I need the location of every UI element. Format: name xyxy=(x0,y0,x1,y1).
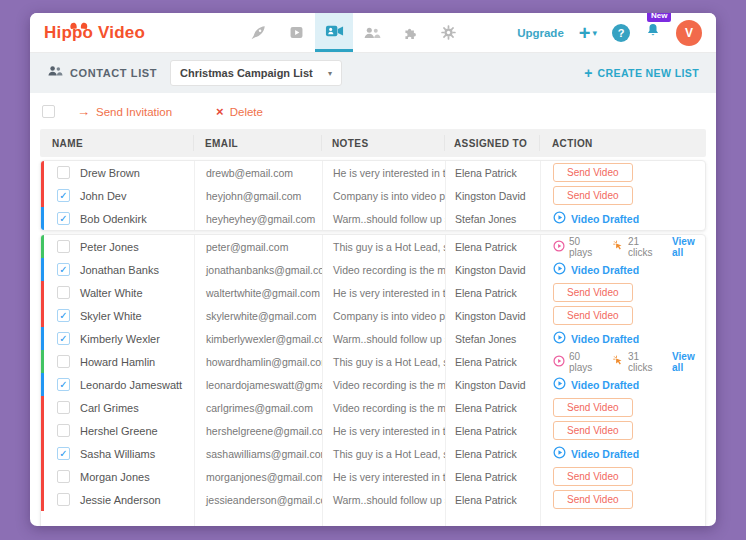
select-all-checkbox[interactable] xyxy=(42,105,55,118)
table-row: Drew Brown drewb@email.com He is very in… xyxy=(41,161,705,184)
send-video-button[interactable]: Send Video xyxy=(553,398,633,417)
row-action-cell: Send Video xyxy=(541,304,705,327)
row-checkbox[interactable] xyxy=(57,189,70,202)
tab-video-camera[interactable] xyxy=(315,13,353,52)
hippo-video-logo[interactable]: Hippo Video xyxy=(44,13,239,52)
view-all-link[interactable]: View all xyxy=(672,351,705,373)
row-status-bar xyxy=(41,235,44,258)
contact-notes: Video recording is the mai..... xyxy=(323,396,446,419)
row-checkbox[interactable] xyxy=(57,355,70,368)
contact-name: Jonathan Banks xyxy=(80,264,159,276)
send-video-button[interactable]: Send Video xyxy=(553,421,633,440)
row-checkbox[interactable] xyxy=(57,166,70,179)
table-row: Morgan Jones morganjones@gmail.com He is… xyxy=(41,465,705,488)
contact-notes: He is very interested in the prod... xyxy=(323,465,446,488)
table-row: Skyler White skylerwhite@gmail.com Compa… xyxy=(41,304,705,327)
upgrade-link[interactable]: Upgrade xyxy=(517,27,564,39)
video-drafted-link[interactable]: Video Drafted xyxy=(553,262,639,277)
row-status-bar xyxy=(41,207,44,230)
tab-video-library[interactable] xyxy=(277,13,315,52)
play-circle-icon xyxy=(553,262,571,277)
video-drafted-link[interactable]: Video Drafted xyxy=(553,211,639,226)
table-card: Drew Brown drewb@email.com He is very in… xyxy=(40,160,706,231)
send-video-button[interactable]: Send Video xyxy=(553,186,633,205)
table-header: NAME EMAIL NOTES ASSIGNED TO ACTION xyxy=(40,129,706,157)
list-select-dropdown[interactable]: Christmas Campaign List ▾ xyxy=(170,60,342,86)
rocket-icon xyxy=(249,24,267,42)
row-checkbox[interactable] xyxy=(57,332,70,345)
row-checkbox[interactable] xyxy=(57,447,70,460)
quick-create-button[interactable]: + ▾ xyxy=(579,23,597,43)
contact-name: Leonardo Jameswatt xyxy=(80,379,182,391)
contact-assigned-to: Kingston David xyxy=(446,304,541,327)
contact-email: heyheyhey@gmail.com xyxy=(195,207,323,230)
contact-list-bar: CONTACT LIST Christmas Campaign List ▾ +… xyxy=(30,53,716,93)
row-status-bar xyxy=(41,373,44,396)
video-library-icon xyxy=(288,24,305,41)
bell-icon xyxy=(645,22,661,43)
row-checkbox[interactable] xyxy=(57,470,70,483)
row-status-bar xyxy=(41,258,44,281)
delete-button[interactable]: × Delete xyxy=(216,105,263,118)
help-button[interactable]: ? xyxy=(612,24,630,42)
row-checkbox[interactable] xyxy=(57,424,70,437)
contact-name: Hershel Greene xyxy=(80,425,158,437)
send-video-button[interactable]: Send Video xyxy=(553,163,633,182)
row-checkbox[interactable] xyxy=(57,240,70,253)
contact-name: John Dev xyxy=(80,190,126,202)
column-header-name: NAME xyxy=(40,135,194,151)
video-drafted-link[interactable]: Video Drafted xyxy=(553,377,639,392)
contact-email: skylerwhite@gmail.com xyxy=(195,304,323,327)
contact-email: howardhamlin@gmail.com xyxy=(195,350,323,373)
contact-notes: This guy is a Hot Lead, so... xyxy=(323,350,446,373)
table-row: Hershel Greene hershelgreene@gmail.com H… xyxy=(41,419,705,442)
contact-email: carlgrimes@gmail.com xyxy=(195,396,323,419)
table-filler-row xyxy=(41,511,705,526)
contact-list-content: → Send Invitation × Delete NAME EMAIL NO… xyxy=(30,93,716,526)
tab-contacts[interactable] xyxy=(353,13,391,52)
column-header-email: EMAIL xyxy=(194,135,322,151)
row-checkbox[interactable] xyxy=(57,212,70,225)
row-checkbox[interactable] xyxy=(57,378,70,391)
row-action-cell: Video Drafted xyxy=(541,327,705,350)
row-status-bar xyxy=(41,161,44,184)
view-all-link[interactable]: View all xyxy=(672,236,705,258)
contact-notes: Warm..should follow up so.... xyxy=(323,207,446,230)
contact-notes: Video recording is the mai... xyxy=(323,258,446,281)
send-video-button[interactable]: Send Video xyxy=(553,467,633,486)
click-cursor-icon xyxy=(612,355,628,369)
video-drafted-link[interactable]: Video Drafted xyxy=(553,446,639,461)
plays-count: 60 plays xyxy=(553,351,601,373)
send-video-button[interactable]: Send Video xyxy=(553,490,633,509)
contact-email: kimberlywexler@gmail.com xyxy=(195,327,323,350)
table-card: Peter Jones peter@gmail.com This guy is … xyxy=(40,234,706,526)
table-row: Peter Jones peter@gmail.com This guy is … xyxy=(41,235,705,258)
send-video-button[interactable]: Send Video xyxy=(553,306,633,325)
plus-icon: + xyxy=(584,65,592,81)
table-row: Carl Grimes carlgrimes@gmail.com Video r… xyxy=(41,396,705,419)
row-checkbox[interactable] xyxy=(57,401,70,414)
create-new-list-button[interactable]: + CREATE NEW LIST xyxy=(584,65,699,81)
contact-assigned-to: Stefan Jones xyxy=(446,207,541,230)
clicks-count: 31 clicks xyxy=(612,351,661,373)
row-action-cell: Video Drafted xyxy=(541,442,705,465)
tab-rocket[interactable] xyxy=(239,13,277,52)
contact-notes: This guy is a Hot Lead, so..... xyxy=(323,442,446,465)
tab-integrations[interactable] xyxy=(391,13,429,52)
video-drafted-link[interactable]: Video Drafted xyxy=(553,331,639,346)
row-status-bar xyxy=(41,419,44,442)
contact-assigned-to: Elena Patrick xyxy=(446,465,541,488)
contact-assigned-to: Elena Patrick xyxy=(446,488,541,511)
row-checkbox[interactable] xyxy=(57,263,70,276)
send-video-button[interactable]: Send Video xyxy=(553,283,633,302)
user-avatar[interactable]: V xyxy=(676,20,702,46)
tab-settings[interactable] xyxy=(429,13,467,52)
row-checkbox[interactable] xyxy=(57,309,70,322)
send-invitation-button[interactable]: → Send Invitation xyxy=(77,105,172,118)
row-checkbox[interactable] xyxy=(57,493,70,506)
plays-count: 50 plays xyxy=(553,236,601,258)
contact-name: Morgan Jones xyxy=(80,471,150,483)
row-status-bar xyxy=(41,304,44,327)
notifications-button[interactable]: New xyxy=(645,22,661,43)
row-checkbox[interactable] xyxy=(57,286,70,299)
